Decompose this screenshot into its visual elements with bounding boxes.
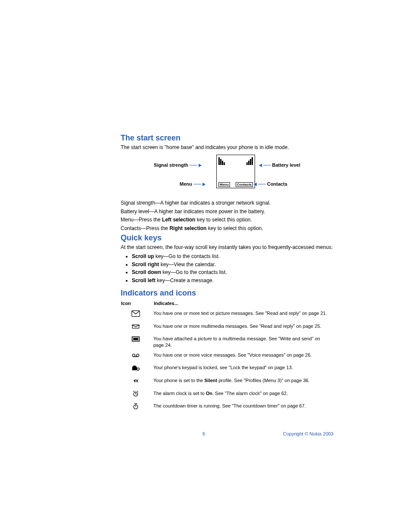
keypad-lock-icon (131, 365, 140, 373)
table-row: The alarm clock is set to On. See "The a… (121, 389, 333, 401)
signal-desc: Signal strength—A higher bar indicates a… (121, 199, 333, 207)
alarm-clock-icon (131, 391, 140, 398)
th-icon: Icon (121, 300, 153, 308)
svg-rect-2 (133, 338, 138, 340)
screen-contacts-label: Contacts (236, 182, 253, 187)
row-text: You have attached a picture to a multime… (153, 334, 333, 350)
th-indicates: Indicates... (153, 300, 333, 308)
picture-attachment-icon (131, 336, 140, 344)
label-menu: Menu (180, 181, 192, 187)
table-row: Your phone is set to the Silent profile.… (121, 376, 333, 389)
start-screen-diagram: Signal strength Menu (121, 155, 333, 195)
row-text: The alarm clock is set to On. See "The a… (153, 389, 333, 401)
table-row: You have attached a picture to a multime… (121, 334, 333, 350)
arrow-right-icon (201, 181, 206, 187)
indicators-table: Icon Indicates... You have one or more t… (121, 300, 333, 414)
mms-envelope-icon (131, 324, 140, 331)
svg-point-3 (132, 354, 135, 357)
menu-desc: Menu—Press the Left selection key to sel… (121, 216, 333, 224)
battery-desc: Battery level—A higher bar indicates mor… (121, 208, 333, 215)
row-text: You have one or more text or picture mes… (153, 308, 333, 321)
table-row: You have one or more multimedia messages… (121, 321, 333, 334)
arrow-left-icon (259, 162, 263, 168)
svg-point-6 (137, 368, 139, 370)
list-item: Scroll left key—Create a message. (132, 277, 333, 284)
table-row: You have one or more text or picture mes… (121, 308, 333, 321)
phone-screen-graphic: Menu Contacts (216, 155, 255, 188)
envelope-icon (131, 311, 140, 318)
label-battery-level: Battery level (272, 162, 300, 168)
page-number: 6 (202, 431, 205, 436)
silent-profile-icon (131, 378, 140, 386)
row-text: You have one or more voice messages. See… (153, 350, 333, 363)
screen-menu-label: Menu (218, 182, 230, 187)
heading-quick-keys: Quick keys (121, 233, 333, 243)
svg-point-4 (137, 354, 139, 357)
signal-bars-icon (218, 157, 225, 165)
row-text: You have one or more multimedia messages… (153, 321, 333, 334)
start-intro: The start screen is "home base" and indi… (121, 144, 333, 151)
quick-keys-list: Scroll up key—Go to the contacts list. S… (121, 253, 333, 284)
svg-line-12 (133, 391, 134, 392)
list-item: Scroll up key—Go to the contacts list. (132, 253, 333, 260)
row-text: The countdown timer is running. See "The… (153, 401, 333, 414)
table-row: The countdown timer is running. See "The… (121, 401, 333, 414)
label-signal-strength: Signal strength (154, 162, 188, 168)
contacts-desc: Contacts—Press the Right selection key t… (121, 225, 333, 232)
svg-line-13 (137, 391, 138, 392)
countdown-timer-icon (131, 404, 140, 411)
row-text: Your phone is set to the Silent profile.… (153, 376, 333, 389)
list-item: Scroll down key—Go to the contacts list. (132, 269, 333, 276)
quick-intro: At the start screen, the four-way scroll… (121, 244, 333, 251)
arrow-right-icon (197, 162, 202, 168)
svg-rect-14 (134, 404, 137, 404)
battery-bars-icon (246, 157, 253, 165)
label-contacts: Contacts (267, 181, 287, 187)
arrow-left-icon (254, 181, 258, 187)
heading-start-screen: The start screen (121, 134, 333, 143)
list-item: Scroll right key—View the calendar. (132, 261, 333, 268)
voicemail-icon (131, 353, 140, 360)
copyright-text: Copyright © Nokia 2003 (283, 431, 333, 436)
row-text: Your phone's keypad is locked, see "Lock… (153, 363, 333, 376)
table-row: Your phone's keypad is locked, see "Lock… (121, 363, 333, 376)
table-row: You have one or more voice messages. See… (121, 350, 333, 363)
heading-indicators: Indicators and icons (121, 289, 333, 298)
